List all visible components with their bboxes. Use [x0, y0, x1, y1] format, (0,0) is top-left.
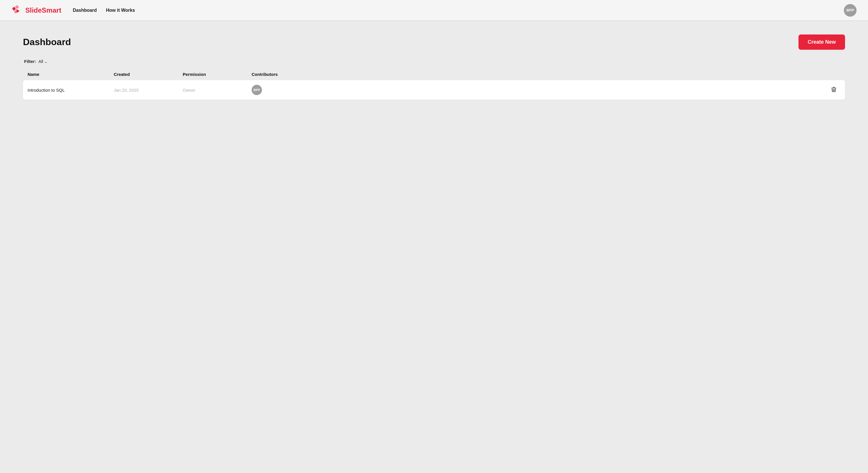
main-nav: Dashboard How it Works	[73, 8, 844, 13]
logo-icon	[11, 5, 22, 16]
col-header-name: Name	[28, 72, 114, 77]
user-avatar[interactable]: BPP	[844, 4, 857, 17]
main-content: Dashboard Create New Filter: All ⌄ Name …	[0, 21, 868, 116]
trash-icon	[831, 86, 837, 92]
contributor-avatar: BPP	[252, 85, 262, 95]
svg-rect-4	[832, 88, 836, 88]
filter-label: Filter:	[24, 59, 36, 64]
col-header-created: Created	[114, 72, 183, 77]
cell-contributors: BPP	[252, 85, 320, 95]
filter-dropdown[interactable]: All ⌄	[38, 59, 48, 64]
col-header-contributors: Contributors	[252, 72, 320, 77]
table-header: Name Created Permission Contributors	[23, 69, 845, 79]
create-new-button[interactable]: Create New	[799, 34, 845, 50]
cell-permission: Owner	[183, 88, 252, 92]
svg-rect-5	[833, 87, 835, 87]
logo-text: SlideSmart	[25, 6, 61, 14]
header: SlideSmart Dashboard How it Works BPP	[0, 0, 868, 21]
delete-button[interactable]	[830, 85, 838, 95]
page-header: Dashboard Create New	[23, 34, 845, 50]
filter-value: All	[38, 59, 43, 64]
nav-dashboard[interactable]: Dashboard	[73, 8, 97, 13]
header-right: BPP	[844, 4, 857, 17]
svg-rect-1	[15, 5, 19, 9]
chevron-down-icon: ⌄	[44, 59, 48, 64]
cell-name: Introduction to SQL	[28, 88, 114, 92]
cell-created: Jan 20, 2025	[114, 88, 183, 92]
table-row: Introduction to SQL Jan 20, 2025 Owner B…	[23, 80, 845, 100]
col-header-permission: Permission	[183, 72, 252, 77]
svg-rect-0	[12, 7, 16, 11]
page-title: Dashboard	[23, 37, 71, 48]
table-container: Name Created Permission Contributors Int…	[23, 69, 845, 100]
col-header-actions	[320, 72, 840, 77]
filter-row: Filter: All ⌄	[24, 59, 845, 64]
nav-how-it-works[interactable]: How it Works	[106, 8, 135, 13]
logo-area[interactable]: SlideSmart	[11, 5, 61, 16]
delete-cell	[320, 85, 840, 95]
